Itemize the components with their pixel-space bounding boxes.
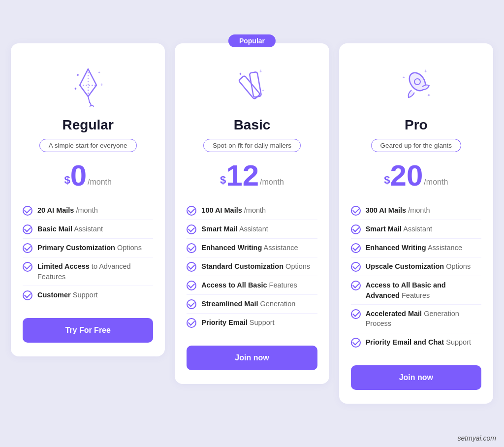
feature-text: Customer Support bbox=[37, 290, 98, 300]
cta-button-pro[interactable]: Join now bbox=[351, 365, 481, 390]
cta-button-regular[interactable]: Try For Free bbox=[23, 318, 153, 343]
svg-text:+: + bbox=[100, 82, 103, 88]
feature-text: Basic Mail Assistant bbox=[37, 224, 103, 234]
plan-tagline-pro: Geared up for the giants bbox=[371, 139, 462, 152]
plan-tagline-basic: Spot-on fit for daily mailers bbox=[203, 139, 301, 152]
plan-card-pro: + + ✦ Pro Geared up for the giants $ 20 … bbox=[339, 43, 493, 403]
feature-item: Customer Support bbox=[23, 286, 153, 304]
plan-card-basic: Popular + ✦ + Basic Spot-on fit for dail… bbox=[175, 43, 329, 384]
feature-item: Smart Mail Assistant bbox=[187, 220, 317, 239]
check-icon bbox=[187, 281, 196, 290]
check-icon bbox=[351, 206, 361, 216]
features-list-regular: 20 AI Mails /month Basic Mail Assistant … bbox=[23, 201, 153, 304]
check-icon bbox=[351, 309, 361, 319]
price-amount-basic: 12 bbox=[226, 161, 259, 191]
check-icon bbox=[23, 243, 32, 253]
feature-text: Primary Customization Options bbox=[37, 243, 142, 253]
check-icon bbox=[187, 224, 196, 234]
check-icon bbox=[187, 262, 196, 272]
check-icon bbox=[351, 243, 361, 253]
watermark: setmyai.com bbox=[457, 434, 496, 442]
price-period-pro: /month bbox=[424, 178, 448, 187]
feature-item: Access to All Basic and Advanced Feature… bbox=[351, 276, 481, 305]
features-list-basic: 100 AI Mails /month Smart Mail Assistant… bbox=[187, 201, 317, 332]
feature-item: Priority Email Support bbox=[187, 314, 317, 332]
plan-card-regular: ✦ + + ✦ Regular A simple start for every… bbox=[11, 43, 165, 356]
feature-item: Accelerated Mail Generation Process bbox=[351, 305, 481, 333]
feature-item: Enhanced Writing Assistance bbox=[351, 239, 481, 257]
price-dollar-basic: $ bbox=[220, 175, 226, 186]
feature-text: Priority Email and Chat Support bbox=[366, 337, 471, 347]
feature-text: Smart Mail Assistant bbox=[366, 224, 432, 234]
feature-item: 300 AI Mails /month bbox=[351, 201, 481, 220]
feature-item: Streamlined Mail Generation bbox=[187, 295, 317, 314]
feature-text: 20 AI Mails /month bbox=[37, 205, 98, 215]
check-icon bbox=[23, 206, 32, 216]
svg-text:+: + bbox=[403, 75, 405, 80]
pricing-container: ✦ + + ✦ Regular A simple start for every… bbox=[11, 43, 493, 403]
feature-text: 100 AI Mails /month bbox=[201, 205, 266, 215]
plan-name-regular: Regular bbox=[23, 117, 153, 133]
price-dollar-pro: $ bbox=[384, 175, 390, 186]
price-amount-regular: 0 bbox=[70, 161, 87, 191]
feature-item: 100 AI Mails /month bbox=[187, 201, 317, 220]
feature-item: Primary Customization Options bbox=[23, 239, 153, 257]
feature-text: Enhanced Writing Assistance bbox=[201, 243, 298, 253]
check-icon bbox=[351, 262, 361, 272]
price-period-basic: /month bbox=[260, 178, 284, 187]
price-period-regular: /month bbox=[88, 178, 112, 187]
plan-icon-basic: + ✦ + bbox=[187, 58, 317, 112]
popular-badge: Popular bbox=[228, 34, 276, 47]
svg-text:+: + bbox=[98, 70, 100, 75]
feature-item: Priority Email and Chat Support bbox=[351, 333, 481, 351]
plan-tagline-regular: A simple start for everyone bbox=[39, 139, 137, 152]
feature-text: 300 AI Mails /month bbox=[366, 205, 430, 215]
check-icon bbox=[187, 243, 196, 253]
price-amount-pro: 20 bbox=[390, 161, 423, 191]
svg-text:✦: ✦ bbox=[239, 72, 242, 76]
svg-rect-8 bbox=[238, 76, 260, 100]
svg-text:✦: ✦ bbox=[427, 93, 431, 97]
price-row-basic: $ 12 /month bbox=[187, 161, 317, 191]
check-icon bbox=[187, 206, 196, 216]
price-dollar-regular: $ bbox=[64, 175, 70, 186]
feature-text: Standard Customization Options bbox=[201, 261, 310, 271]
feature-item: Upscale Customization Options bbox=[351, 257, 481, 276]
check-icon bbox=[351, 281, 361, 290]
plan-name-pro: Pro bbox=[351, 117, 481, 133]
feature-item: Limited Access to Advanced Features bbox=[23, 257, 153, 286]
plan-name-basic: Basic bbox=[187, 117, 317, 133]
feature-item: Smart Mail Assistant bbox=[351, 220, 481, 239]
feature-item: Access to All Basic Features bbox=[187, 276, 317, 295]
svg-line-1 bbox=[88, 96, 90, 102]
check-icon bbox=[351, 338, 361, 348]
check-icon bbox=[23, 262, 32, 272]
svg-text:+: + bbox=[424, 68, 427, 74]
svg-text:✦: ✦ bbox=[74, 87, 77, 91]
check-icon bbox=[187, 318, 196, 328]
feature-item: 20 AI Mails /month bbox=[23, 201, 153, 220]
feature-text: Enhanced Writing Assistance bbox=[366, 243, 462, 253]
svg-text:✦: ✦ bbox=[76, 72, 80, 78]
feature-text: Accelerated Mail Generation Process bbox=[366, 309, 481, 329]
check-icon bbox=[187, 299, 196, 309]
price-row-regular: $ 0 /month bbox=[23, 161, 153, 191]
feature-text: Upscale Customization Options bbox=[366, 261, 471, 271]
feature-item: Enhanced Writing Assistance bbox=[187, 239, 317, 257]
cta-button-basic[interactable]: Join now bbox=[187, 346, 317, 370]
feature-text: Access to All Basic Features bbox=[201, 280, 297, 290]
feature-text: Priority Email Support bbox=[201, 318, 274, 327]
plan-icon-pro: + + ✦ bbox=[351, 58, 481, 112]
plan-icon-regular: ✦ + + ✦ bbox=[23, 58, 153, 112]
feature-text: Limited Access to Advanced Features bbox=[37, 261, 153, 282]
check-icon bbox=[23, 290, 32, 300]
feature-text: Smart Mail Assistant bbox=[201, 224, 268, 234]
check-icon bbox=[351, 224, 361, 234]
svg-text:+: + bbox=[259, 68, 262, 74]
feature-text: Access to All Basic and Advanced Feature… bbox=[366, 280, 481, 300]
feature-item: Standard Customization Options bbox=[187, 257, 317, 276]
svg-text:+: + bbox=[262, 88, 264, 93]
feature-item: Basic Mail Assistant bbox=[23, 220, 153, 239]
check-icon bbox=[23, 224, 32, 234]
price-row-pro: $ 20 /month bbox=[351, 161, 481, 191]
